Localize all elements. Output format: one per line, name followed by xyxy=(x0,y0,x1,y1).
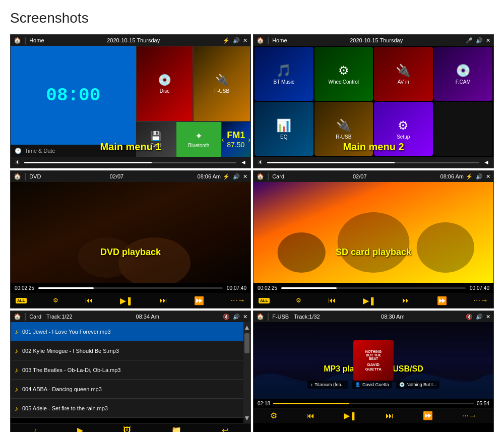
sd-time-right: 00:07:40 xyxy=(470,285,489,291)
dvd-progress-fill xyxy=(38,287,94,289)
avin-tile[interactable]: 🔌 AV in xyxy=(374,47,433,101)
top-bar-1: 🏠 | Home 2020-10-15 Thursday ⚡ 🔊 ✕ xyxy=(11,35,250,46)
top-bar-icons-2: 🎤 🔊 ✕ xyxy=(466,37,490,44)
track-item-2[interactable]: ♪ 002 Kylie Minogue - I Should Be S.mp3 xyxy=(11,341,243,360)
svg-point-5 xyxy=(338,212,410,273)
sd-progress-track[interactable] xyxy=(281,287,466,289)
top-bar-2: 🏠 | Home 2020-10-15 Thursday 🎤 🔊 ✕ xyxy=(254,35,493,46)
top-bar-icons-4: ⚡ 🔊 ✕ xyxy=(466,173,490,180)
close-icon-2[interactable]: ✕ xyxy=(486,37,490,44)
rusb-label: R-USB xyxy=(336,134,351,140)
track-item-1[interactable]: ♪ 001 Jewel - I Love You Forever.mp3 xyxy=(11,322,243,341)
close-icon[interactable]: ✕ xyxy=(243,37,247,44)
fcam-tile[interactable]: 💿 F.CAM xyxy=(434,47,493,101)
usb-next[interactable]: ···→ xyxy=(462,411,477,420)
wheel-label: WheelControl xyxy=(328,79,359,85)
skip-back-btn-2[interactable]: ⏮ xyxy=(328,296,336,305)
close-icon-5[interactable]: ✕ xyxy=(243,314,247,320)
scroll-thumb[interactable] xyxy=(244,333,249,353)
disc-label: Disc xyxy=(160,88,169,94)
scroll-up[interactable]: ▲ xyxy=(243,323,250,331)
fast-fwd-btn-2[interactable]: ⏩ xyxy=(437,296,447,305)
image-icon[interactable]: 🖼 xyxy=(123,426,131,433)
prev-btn[interactable]: ‹ xyxy=(222,136,224,144)
brightness-track[interactable] xyxy=(24,162,236,163)
dvd-time-left: 00:02:25 xyxy=(15,285,34,291)
video-icon[interactable]: ▶ xyxy=(77,425,83,432)
usb-skip-back[interactable]: ⏮ xyxy=(306,411,314,420)
date-label-4: 02/07 xyxy=(286,173,433,179)
track-item-4[interactable]: ♪ 004 ABBA - Dancing queen.mp3 xyxy=(11,380,243,399)
usb-fast-fwd[interactable]: ⏩ xyxy=(423,411,433,420)
track-item-3[interactable]: ♪ 003 The Beatles - Ob-La-Di, Ob-La.mp3 xyxy=(11,360,243,380)
dvd-progress-track[interactable] xyxy=(38,287,223,289)
top-bar-icons-3: ⚡ 🔊 ✕ xyxy=(223,173,247,180)
track-time-right: 05:54 xyxy=(477,401,489,406)
next-btn-2[interactable]: ···→ xyxy=(474,296,488,305)
close-icon-4[interactable]: ✕ xyxy=(486,173,490,180)
folder-icon[interactable]: 📁 xyxy=(171,425,181,432)
settings-icon-2[interactable]: ⚙ xyxy=(296,297,301,304)
time-label-3: 08:06 Am xyxy=(198,173,221,179)
music-icon[interactable]: ♪ xyxy=(33,426,37,433)
play-pause-btn-2[interactable]: ▶❚ xyxy=(363,296,375,305)
home-icon-2: 🏠 xyxy=(257,37,264,44)
setup-tile[interactable]: ⚙ Setup xyxy=(374,102,433,156)
track-icon-1: ♪ xyxy=(15,328,18,336)
skip-fwd-btn-2[interactable]: ⏭ xyxy=(402,296,410,305)
track-info-1: ♪ Titanium (fea... xyxy=(307,381,348,389)
home-icon: 🏠 xyxy=(14,37,21,44)
close-icon-3[interactable]: ✕ xyxy=(243,173,247,180)
fusb-tile[interactable]: 🔌 F-USB xyxy=(193,46,250,121)
eq-tile[interactable]: 📊 EQ xyxy=(255,102,313,156)
track-progress-track[interactable] xyxy=(273,403,474,404)
home-icon-5: 🏠 xyxy=(14,313,21,320)
close-icon-6[interactable]: ✕ xyxy=(486,314,490,320)
top-bar-icons-1: ⚡ 🔊 ✕ xyxy=(223,37,247,44)
skip-back-btn[interactable]: ⏮ xyxy=(85,296,93,305)
top-bar-6: 🏠 | F-USB Track:1/32 08:30 Am 🔇 🔊 ✕ xyxy=(254,311,493,322)
usb-icon: 🔌 xyxy=(215,74,229,87)
date-label-1: 2020-10-15 Thursday xyxy=(46,37,221,43)
dvd-controls: ALL ⚙ ⏮ ▶❚ ⏭ ⏩ ···→ xyxy=(11,293,250,308)
next-btn[interactable]: › xyxy=(248,136,250,144)
top-bar-3: 🏠 | DVD 02/07 08:06 Am ⚡ 🔊 ✕ xyxy=(11,171,250,182)
time-date-bar[interactable]: 🕐 Time & Date xyxy=(11,145,136,157)
rusb-tile[interactable]: 🔌 R-USB xyxy=(314,102,373,156)
home-icon-3: 🏠 xyxy=(14,173,21,180)
usb-skip-fwd[interactable]: ⏭ xyxy=(386,411,394,420)
scroll-down[interactable]: ▼ xyxy=(243,414,250,422)
volume-icon-3: 🔊 xyxy=(476,37,483,44)
bluetooth-tile[interactable]: ✦ Bluetooth xyxy=(176,122,222,157)
usb-play-pause[interactable]: ▶❚ xyxy=(344,411,356,420)
disc-tile[interactable]: 💿 Disc xyxy=(136,46,194,121)
fast-fwd-btn[interactable]: ⏩ xyxy=(194,296,204,305)
track-music-icon: ♪ xyxy=(310,382,313,387)
volume-icon-4: 🔊 xyxy=(233,173,240,180)
card-tile[interactable]: 💾 Card xyxy=(136,122,176,157)
play-pause-btn[interactable]: ▶❚ xyxy=(120,296,133,305)
next-btn[interactable]: ···→ xyxy=(231,296,245,305)
back-icon[interactable]: ↩ xyxy=(222,425,228,432)
scrollbar[interactable]: ▲ ▼ xyxy=(243,322,250,423)
brightness-icon: ☀ xyxy=(15,159,20,166)
menu1-row2: 💾 Card ✦ Bluetooth ‹ FM1 87.50 xyxy=(136,121,250,157)
track-counter-6: Track:1/32 xyxy=(294,314,320,320)
skip-fwd-btn[interactable]: ⏭ xyxy=(159,296,167,305)
track-progress-fill xyxy=(273,403,349,404)
music-content: ♪ 001 Jewel - I Love You Forever.mp3 ♪ 0… xyxy=(11,322,250,423)
settings-icon[interactable]: ⚙ xyxy=(53,297,58,304)
usb-settings-icon[interactable]: ⚙ xyxy=(270,411,277,420)
track-name-1: 001 Jewel - I Love You Forever.mp3 xyxy=(22,329,239,335)
brightness-track-2[interactable] xyxy=(267,162,479,163)
track-item-5[interactable]: ♪ 005 Adele - Set fire to the rain.mp3 xyxy=(11,399,243,418)
brightness-icon-2: ☀ xyxy=(258,159,263,166)
btmusic-tile[interactable]: 🎵 BT Music xyxy=(255,47,313,101)
source-label-3: DVD xyxy=(29,173,41,179)
track-icon-4: ♪ xyxy=(15,385,18,393)
wheel-tile[interactable]: ⚙ WheelControl xyxy=(314,47,373,101)
btmusic-icon: 🎵 xyxy=(276,64,291,78)
screen-main-menu-1: 🏠 | Home 2020-10-15 Thursday ⚡ 🔊 ✕ 08:00… xyxy=(10,34,251,168)
fcam-icon: 💿 xyxy=(456,64,471,78)
radio-tile[interactable]: ‹ FM1 87.50 › xyxy=(222,122,250,157)
